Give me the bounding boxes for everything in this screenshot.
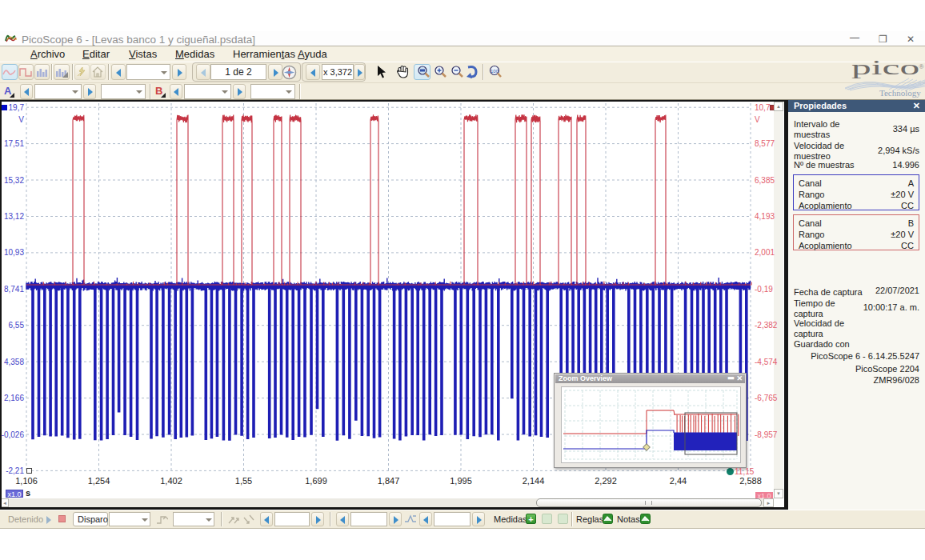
svg-text:100: 100 [491, 69, 499, 74]
